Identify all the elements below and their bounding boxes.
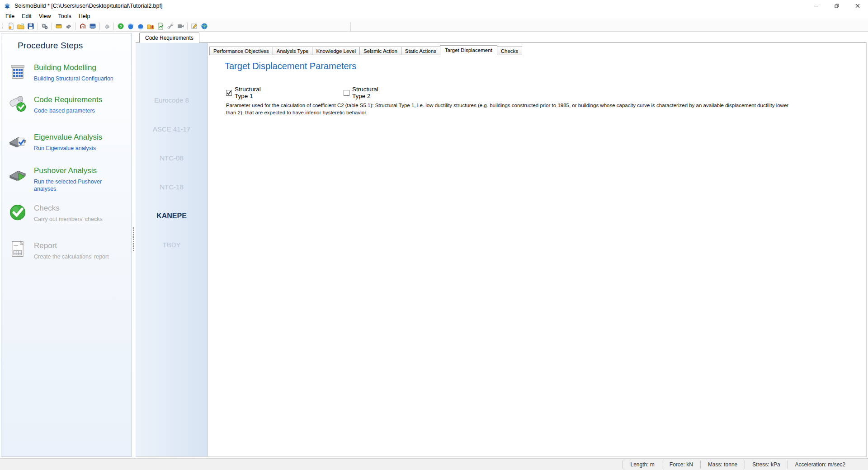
toolbar-divider [350,22,351,31]
checks-results-icon [147,23,154,30]
eigenvalue-chip-icon [8,131,28,151]
step-subtitle: Run Eigenvalue analysis [34,145,124,152]
code-list-panel: Eurocode 8 ASCE 41-17 NTC-08 NTC-18 KANE… [136,43,208,456]
notes-button[interactable] [189,22,199,31]
building-modeller-icon [79,23,86,30]
subtab-performance-objectives[interactable]: Performance Objectives [209,47,273,55]
subtab-target-displacement[interactable]: Target Displacement [440,45,497,55]
subtab-seismic-action[interactable]: Seismic Action [360,47,401,55]
sections-icon [65,23,72,30]
materials-button[interactable] [54,22,64,31]
close-button[interactable] [847,0,868,12]
toolbar: ? [0,21,868,32]
report-doc-icon [8,240,28,259]
checks-results-button[interactable] [146,22,156,31]
checkbox-box [344,90,349,96]
target-displacement-page: Performance Objectives Analysis Type Kno… [208,43,866,456]
menu-help[interactable]: Help [75,12,94,20]
toolbar-separator [187,23,188,30]
menu-view[interactable]: View [35,12,55,20]
link-button[interactable] [165,22,175,31]
run-pushover-button[interactable] [136,22,146,31]
step-title: Pushover Analysis [34,164,113,175]
report-results-icon [157,23,164,30]
help-icon: ? [117,23,124,30]
page-title: Target Displacement Parameters [225,61,356,71]
step-subtitle: Run the selected Pushover analyses [34,178,113,193]
status-length: Length: m [623,461,661,469]
website-icon [201,23,208,30]
title-bar: SeismoBuild * [C:\Users\user\Desktop\tut… [0,0,868,12]
media-button[interactable] [175,22,185,31]
step-title: Code Requirements [34,94,124,104]
seismobuild-logo-icon [4,2,11,9]
open-project-button[interactable] [16,22,26,31]
paste-button[interactable] [6,22,16,31]
structural-type-2-checkbox[interactable]: Structural Type 2 [344,86,378,99]
subtab-knowledge-level[interactable]: Knowledge Level [312,47,360,55]
step-subtitle: Carry out members' checks [34,216,124,223]
menu-file[interactable]: File [2,12,18,20]
viewer-icon [89,23,96,30]
main-region: Procedure Steps Building Modelling Build… [0,32,868,458]
notes-icon [191,23,198,30]
subtab-checks[interactable]: Checks [497,47,522,55]
code-requirements-page: Eurocode 8 ASCE 41-17 NTC-08 NTC-18 KANE… [136,42,867,457]
step-title: Eigenvalue Analysis [34,131,124,142]
run-eigenvalue-icon [127,23,134,30]
sections-button[interactable] [64,22,74,31]
procedure-steps-panel: Procedure Steps Building Modelling Build… [1,33,132,457]
procedure-steps-title: Procedure Steps [18,41,83,51]
toolbar-separator [38,23,38,30]
toolbar-separator [75,23,76,30]
toolbar-separator [52,23,52,30]
menu-bar: File Edit View Tools Help [0,12,868,21]
window-title: SeismoBuild * [C:\Users\user\Desktop\tut… [14,3,162,9]
settings-button[interactable] [40,22,50,31]
structural-type-1-checkbox[interactable]: Structural Type 1 [226,86,261,99]
status-mass: Mass: tonne [700,461,745,469]
checkbox-label: Structural Type 1 [235,86,261,99]
step-title: Report [34,240,124,250]
check-icon [226,90,231,95]
minimize-button[interactable] [806,0,826,12]
restore-icon [835,4,839,8]
toolbar-grip[interactable] [2,23,4,30]
code-item-ntc-18[interactable]: NTC-18 [136,182,208,193]
open-project-icon [17,23,24,30]
help-button[interactable]: ? [116,22,126,31]
subtab-analysis-type[interactable]: Analysis Type [273,47,313,55]
building-modeller-button[interactable] [78,22,88,31]
sub-tab-strip: Performance Objectives Analysis Type Kno… [209,45,522,55]
pushover-chip-icon [8,164,28,184]
report-results-button[interactable] [156,22,165,31]
subtab-static-actions[interactable]: Static Actions [401,47,440,55]
save-project-button[interactable] [26,22,36,31]
menu-edit[interactable]: Edit [18,12,35,20]
website-button[interactable] [199,22,209,31]
code-item-asce41-17[interactable]: ASCE 41-17 [136,124,208,135]
code-item-ntc-08[interactable]: NTC-08 [136,153,208,164]
svg-text:?: ? [119,24,122,29]
back-button[interactable] [102,22,112,31]
code-item-kanepe[interactable]: KANEPE [136,211,208,221]
step-subtitle: Building Structural Configuarion [34,75,124,82]
checks-circle-icon [8,202,28,222]
settings-icon [41,23,48,30]
tab-code-requirements[interactable]: Code Requirements [139,33,199,43]
step-subtitle: Code-based parameters [34,107,124,114]
link-icon [167,23,174,30]
media-icon [177,23,184,30]
restore-button[interactable] [826,0,847,12]
viewer-button[interactable] [88,22,98,31]
status-force: Force: kN [662,461,700,469]
panel-splitter-handle[interactable] [132,227,135,252]
minimize-icon [814,4,818,8]
checkbox-label: Structural Type 2 [352,86,378,99]
materials-icon [55,23,62,30]
close-icon [855,4,860,8]
menu-tools[interactable]: Tools [55,12,75,20]
run-eigenvalue-button[interactable] [126,22,136,31]
code-item-eurocode8[interactable]: Eurocode 8 [136,95,208,106]
code-item-tbdy[interactable]: TBDY [136,240,208,250]
